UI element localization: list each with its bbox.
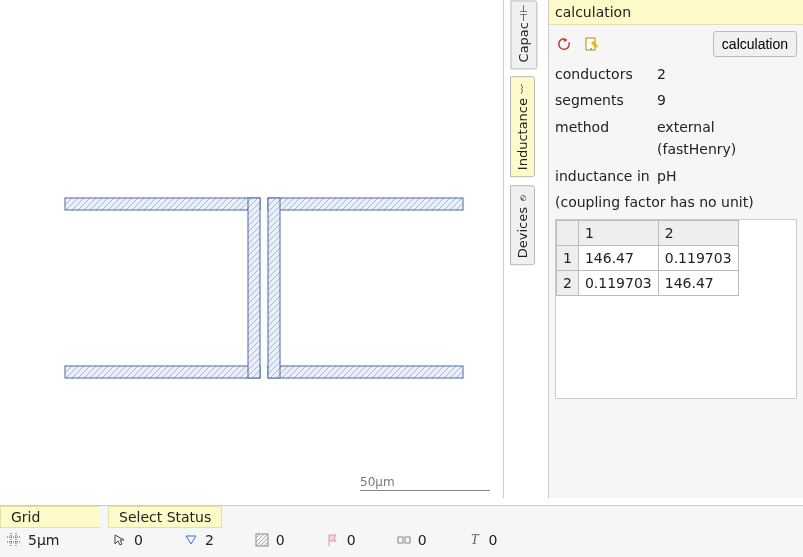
scale-label: 50µm xyxy=(360,475,395,489)
side-tabs: Capac ⊣⊢ Inductance 〰 Devices ⎋ xyxy=(510,0,540,498)
coupling-note: (coupling factor has no unit) xyxy=(555,191,797,213)
matrix-col-2: 2 xyxy=(658,221,738,246)
panel-title: calculation xyxy=(549,0,803,25)
tab-inductance-label: Inductance xyxy=(515,98,530,170)
segments-label: segments xyxy=(555,89,657,111)
tab-inductance[interactable]: Inductance 〰 xyxy=(510,76,535,177)
inductor-icon: 〰 xyxy=(517,84,528,94)
segments-value: 9 xyxy=(657,89,797,111)
matrix-row-1: 1 xyxy=(557,246,579,271)
table-row: 1 2 xyxy=(557,221,739,246)
select-section-title: Select Status xyxy=(108,506,222,528)
table-row: 2 0.119703 146.47 xyxy=(557,271,739,296)
matrix-cell-21[interactable]: 0.119703 xyxy=(578,271,658,296)
matrix-col-1: 1 xyxy=(578,221,658,246)
grid-value: 5µm xyxy=(28,532,59,548)
method-value: external (fastHenry) xyxy=(657,116,797,161)
sel-item-flag: 0 xyxy=(325,532,356,548)
grid-section-title: Grid xyxy=(0,506,100,528)
matrix-container: 1 2 1 146.47 0.119703 2 0.119703 146.47 xyxy=(555,219,797,399)
conductors-label: conductors xyxy=(555,63,657,85)
component-icon xyxy=(396,532,412,548)
sel-item-hatch: 0 xyxy=(254,532,285,548)
capacitor-icon: ⊣⊢ xyxy=(518,4,529,21)
svg-rect-10 xyxy=(405,537,410,543)
svg-rect-1 xyxy=(65,198,260,210)
svg-rect-2 xyxy=(65,366,260,378)
flag-icon xyxy=(325,532,341,548)
tab-capacitance[interactable]: Capac ⊣⊢ xyxy=(510,0,537,69)
triangle-down-icon xyxy=(183,532,199,548)
sel-val-4: 0 xyxy=(418,532,427,548)
inductance-panel: calculation calculation conductors2 segm… xyxy=(548,0,803,498)
tab-capacitance-label: Capac xyxy=(516,22,531,62)
scale-bar: 50µm xyxy=(360,475,490,491)
matrix-cell-22[interactable]: 146.47 xyxy=(658,271,738,296)
arrow-icon xyxy=(112,532,128,548)
status-bar: Grid Select Status 5µm 0 2 0 xyxy=(0,505,803,557)
panel-toolbar: calculation xyxy=(555,31,797,57)
matrix-cell-12[interactable]: 0.119703 xyxy=(658,246,738,271)
method-label: method xyxy=(555,116,657,161)
design-canvas[interactable]: 50µm xyxy=(0,0,504,498)
tab-devices[interactable]: Devices ⎋ xyxy=(510,185,535,265)
svg-rect-3 xyxy=(248,198,260,378)
svg-rect-4 xyxy=(268,198,463,210)
sel-val-3: 0 xyxy=(347,532,356,548)
refresh-icon[interactable] xyxy=(555,35,573,53)
sel-item-triangle: 2 xyxy=(183,532,214,548)
inductance-matrix: 1 2 1 146.47 0.119703 2 0.119703 146.47 xyxy=(556,220,739,296)
sel-val-2: 0 xyxy=(276,532,285,548)
svg-rect-6 xyxy=(268,198,280,378)
hatch-icon xyxy=(254,532,270,548)
grid-icon xyxy=(6,532,22,548)
matrix-row-2: 2 xyxy=(557,271,579,296)
svg-rect-9 xyxy=(398,537,403,543)
sel-item-text: T 0 xyxy=(467,532,498,548)
canvas-svg xyxy=(0,0,504,498)
unit-value: pH xyxy=(657,165,797,187)
tab-devices-label: Devices xyxy=(515,207,530,258)
sel-item-component: 0 xyxy=(396,532,427,548)
sel-val-5: 0 xyxy=(489,532,498,548)
calculation-button[interactable]: calculation xyxy=(713,31,797,57)
grid-value-cell: 5µm xyxy=(6,532,106,548)
device-icon: ⎋ xyxy=(517,194,528,200)
sel-item-arrow: 0 xyxy=(112,532,143,548)
matrix-corner xyxy=(557,221,579,246)
svg-rect-5 xyxy=(268,366,463,378)
sel-val-0: 0 xyxy=(134,532,143,548)
text-icon: T xyxy=(467,532,483,548)
unit-label: inductance in xyxy=(555,165,657,187)
sel-val-1: 2 xyxy=(205,532,214,548)
conductors-value: 2 xyxy=(657,63,797,85)
table-row: 1 146.47 0.119703 xyxy=(557,246,739,271)
edit-icon[interactable] xyxy=(583,35,601,53)
matrix-cell-11[interactable]: 146.47 xyxy=(578,246,658,271)
